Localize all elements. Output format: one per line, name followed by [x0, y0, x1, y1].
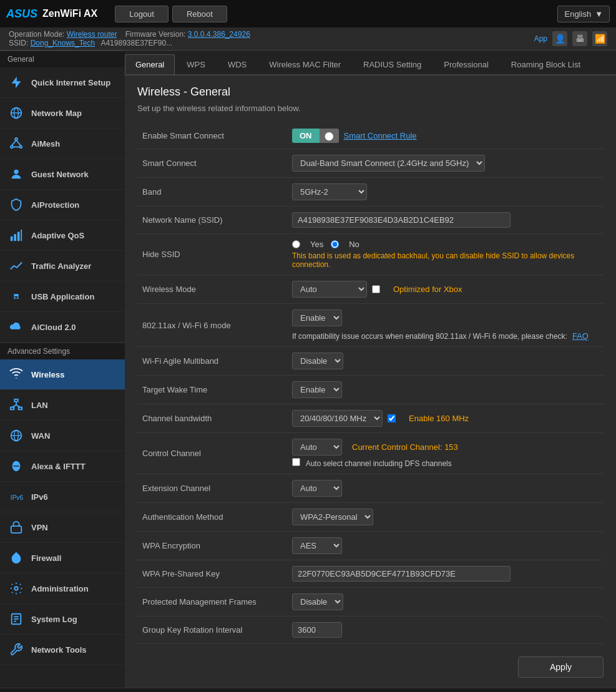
hide-ssid-no-radio[interactable]: [331, 240, 339, 248]
tab-radius-setting[interactable]: RADIUS Setting: [353, 54, 432, 74]
monitor-icon[interactable]: 🖶: [572, 31, 587, 46]
label-hide-ssid: Hide SSID: [137, 234, 287, 275]
row-hide-ssid: Hide SSID Yes No This band is used as de…: [137, 234, 604, 275]
sidebar-item-label: AiCloud 2.0: [31, 323, 76, 332]
wifi-agile-select[interactable]: Disable: [292, 353, 343, 369]
tools-icon: [7, 641, 25, 658]
svg-line-6: [16, 140, 21, 146]
dfs-checkbox[interactable]: [292, 458, 300, 466]
sidebar-item-wireless[interactable]: Wireless: [0, 359, 125, 390]
control-channel-select[interactable]: Auto: [292, 439, 342, 456]
channel-bandwidth-select[interactable]: 20/40/80/160 MHz: [292, 410, 383, 427]
reboot-button[interactable]: Reboot: [172, 6, 227, 22]
row-group-key-rotation: Group Key Rotation Interval: [137, 616, 604, 644]
sidebar-item-vpn[interactable]: VPN: [0, 512, 125, 543]
wireless-mode-select[interactable]: Auto: [292, 281, 367, 298]
hide-ssid-yes-radio[interactable]: [292, 240, 300, 248]
sidebar-item-label: Administration: [31, 584, 89, 593]
main-layout: General Quick Internet Setup Network Map…: [0, 51, 616, 688]
toggle-on-button[interactable]: ON: [292, 129, 320, 143]
pmf-select[interactable]: Disable: [292, 593, 343, 610]
usb-icon: [7, 288, 25, 305]
apply-button[interactable]: Apply: [518, 656, 604, 678]
sidebar-item-label: USB Application: [31, 292, 94, 301]
guest-icon: [7, 165, 25, 183]
toggle-slider-button[interactable]: ⬤: [320, 129, 339, 143]
smart-connect-rule-link[interactable]: Smart Connect Rule: [344, 131, 417, 140]
wifi-icon[interactable]: 📶: [592, 31, 607, 46]
sidebar-item-label: Firewall: [31, 553, 61, 563]
group-key-rotation-input[interactable]: [292, 622, 342, 638]
label-target-wake-time: Target Wake Time: [137, 376, 287, 404]
sidebar-item-system-log[interactable]: System Log: [0, 604, 125, 635]
label-channel-bandwidth: Channel bandwidth: [137, 404, 287, 433]
label-authentication-method: Authentication Method: [137, 503, 287, 532]
row-band: Band 5GHz-2: [137, 178, 604, 207]
sidebar-item-traffic-analyzer[interactable]: Traffic Analyzer: [0, 251, 125, 281]
extension-channel-select[interactable]: Auto: [292, 480, 342, 497]
sidebar-item-usb-application[interactable]: USB Application: [0, 281, 125, 312]
sidebar-item-adaptive-qos[interactable]: Adaptive QoS: [0, 220, 125, 251]
sidebar-item-administration[interactable]: Administration: [0, 573, 125, 604]
operation-mode-value[interactable]: Wireless router: [67, 30, 117, 39]
svg-point-3: [11, 146, 13, 149]
sidebar-item-aiprotection[interactable]: AiProtection: [0, 190, 125, 220]
smart-connect-select[interactable]: Dual-Band Smart Connect (2.4GHz and 5GHz…: [292, 155, 485, 172]
product-name: ZenWiFi AX: [42, 8, 97, 19]
asus-logo: ASUS: [6, 7, 37, 21]
label-smart-connect: Smart Connect: [137, 149, 287, 178]
mesh-icon: [7, 135, 25, 152]
svg-rect-15: [19, 407, 22, 410]
wifi6-note: If compatibility issue occurs when enabl…: [292, 332, 567, 341]
sidebar-item-alexa-ifttt[interactable]: Alexa & IFTTT: [0, 451, 125, 482]
target-wake-time-select[interactable]: Enable: [292, 381, 342, 398]
tab-wireless-mac-filter[interactable]: Wireless MAC Filter: [258, 54, 351, 74]
tab-wps[interactable]: WPS: [176, 54, 216, 74]
wpa-key-input[interactable]: [292, 566, 511, 582]
wpa-encryption-select[interactable]: AES: [292, 537, 342, 554]
160mhz-checkbox[interactable]: [388, 414, 396, 422]
sidebar-item-label: Guest Network: [31, 170, 89, 179]
sidebar-item-ipv6[interactable]: IPv6 IPv6: [0, 482, 125, 512]
sidebar-item-guest-network[interactable]: Guest Network: [0, 159, 125, 190]
svg-text:IPv6: IPv6: [11, 494, 23, 501]
band-select[interactable]: 5GHz-2: [292, 183, 367, 200]
xbox-checkbox[interactable]: [372, 285, 380, 293]
ssid-value[interactable]: Dong_Knows_Tech: [31, 39, 95, 47]
alexa-icon: [7, 457, 25, 475]
map-icon: [7, 104, 25, 122]
app-button[interactable]: App: [534, 34, 547, 43]
row-authentication-method: Authentication Method WPA2-Personal: [137, 503, 604, 532]
sidebar-item-wan[interactable]: WAN: [0, 421, 125, 451]
smart-connect-toggle[interactable]: ON ⬤: [292, 129, 339, 143]
user-icon[interactable]: 👤: [552, 31, 567, 46]
tab-wds[interactable]: WDS: [217, 54, 257, 74]
wifi6-faq-link[interactable]: FAQ: [572, 331, 589, 341]
sidebar-item-label: AiProtection: [31, 200, 79, 210]
smart-connect-controls: ON ⬤ Smart Connect Rule: [292, 129, 599, 143]
row-control-channel: Control Channel Auto Current Control Cha…: [137, 433, 604, 474]
authentication-method-select[interactable]: WPA2-Personal: [292, 509, 373, 525]
firmware-value[interactable]: 3.0.0.4.386_24926: [188, 30, 250, 39]
sidebar-item-firewall[interactable]: Firewall: [0, 543, 125, 573]
sidebar-item-quick-internet-setup[interactable]: Quick Internet Setup: [0, 67, 125, 98]
sidebar-item-aicloud[interactable]: AiCloud 2.0: [0, 312, 125, 343]
info-right: App 👤 🖶 📶: [534, 31, 607, 46]
wifi6-select[interactable]: Enable: [292, 309, 342, 326]
sidebar-item-aimesh[interactable]: AiMesh: [0, 129, 125, 159]
sidebar-item-network-map[interactable]: Network Map: [0, 98, 125, 129]
tab-roaming-block-list[interactable]: Roaming Block List: [501, 54, 591, 74]
hide-ssid-no-label: No: [349, 240, 359, 249]
tab-professional[interactable]: Professional: [433, 54, 499, 74]
sidebar-item-network-tools[interactable]: Network Tools: [0, 635, 125, 665]
sidebar-item-label: System Log: [31, 615, 77, 624]
svg-point-2: [15, 138, 17, 140]
tab-general[interactable]: General: [125, 54, 175, 74]
admin-icon: [7, 580, 25, 597]
shield-icon: [7, 196, 25, 213]
logout-button[interactable]: Logout: [115, 6, 169, 22]
ssid-input[interactable]: [292, 212, 511, 228]
language-selector[interactable]: English ▼: [557, 6, 610, 22]
info-left: Operation Mode: Wireless router Firmware…: [9, 30, 250, 47]
sidebar-item-lan[interactable]: LAN: [0, 390, 125, 421]
